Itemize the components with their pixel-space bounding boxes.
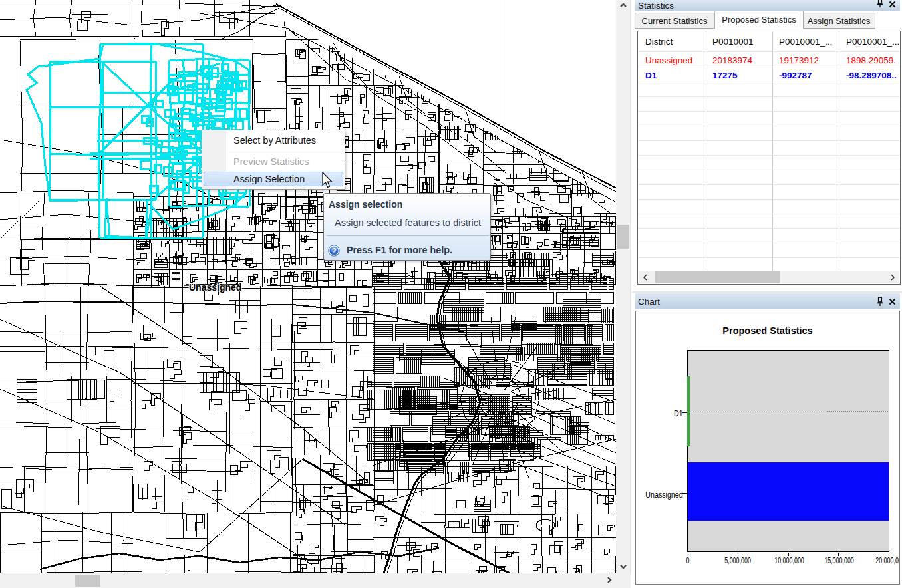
- svg-text:Unassigned: Unassigned: [189, 282, 241, 293]
- svg-text:?: ?: [332, 247, 337, 255]
